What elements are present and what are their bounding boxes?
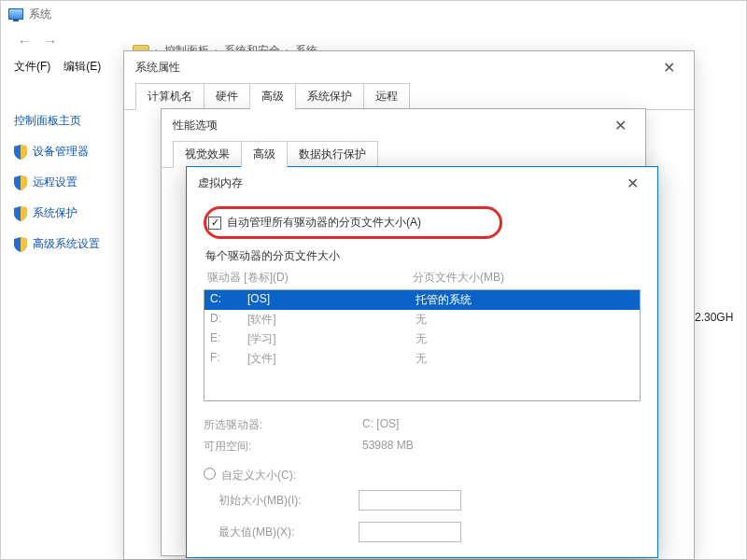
initial-size-input[interactable]	[359, 490, 461, 511]
tab-protection[interactable]: 系统保护	[295, 83, 364, 110]
drive-list-header: 驱动器 [卷标](D) 分页文件大小(MB)	[204, 270, 641, 286]
drive-pagefile: 无	[416, 331, 634, 347]
tab-advanced[interactable]: 高级	[249, 83, 296, 110]
dialog-title: 系统属性	[135, 60, 180, 76]
shield-icon	[14, 237, 27, 252]
tab-visual-effects[interactable]: 视觉效果	[173, 141, 242, 168]
nav-back-icon[interactable]: ←	[18, 34, 31, 49]
drive-volume: [文件]	[247, 351, 416, 367]
drive-letter: D:	[210, 312, 247, 328]
sidebar-title[interactable]: 控制面板主页	[14, 113, 135, 129]
sidebar-item-label: 远程设置	[33, 175, 78, 190]
drive-pagefile: 无	[416, 312, 634, 328]
tab-dep[interactable]: 数据执行保护	[287, 141, 378, 168]
close-icon[interactable]: ✕	[655, 55, 683, 80]
close-icon[interactable]: ✕	[607, 113, 634, 138]
drive-row-c[interactable]: C: [OS] 托管的系统	[204, 290, 640, 310]
performance-options-titlebar: 性能选项 ✕	[162, 109, 645, 141]
dialog-title: 虚拟内存	[198, 175, 243, 191]
tab-advanced[interactable]: 高级	[241, 141, 288, 168]
drive-row-e[interactable]: E: [学习] 无	[204, 329, 640, 349]
menu-file[interactable]: 文件(F)	[14, 59, 50, 75]
drive-row-d[interactable]: D: [软件] 无	[204, 310, 640, 329]
system-window-title: 系统	[29, 7, 51, 22]
auto-manage-checkbox[interactable]	[208, 217, 221, 230]
per-drive-label: 每个驱动器的分页文件大小	[205, 248, 641, 264]
tab-computer-name[interactable]: 计算机名	[135, 83, 204, 110]
virtual-memory-dialog: 虚拟内存 ✕ 自动管理所有驱动器的分页文件大小(A) 每个驱动器的分页文件大小 …	[186, 166, 658, 558]
sidebar-item-advanced[interactable]: 高级系统设置	[14, 236, 135, 252]
menu-edit[interactable]: 编辑(E)	[63, 59, 101, 75]
cpu-speed-text: 2.30GH	[695, 311, 733, 324]
drive-volume: [软件]	[247, 312, 416, 328]
drive-volume: [学习]	[247, 331, 416, 347]
auto-manage-highlight: 自动管理所有驱动器的分页文件大小(A)	[204, 206, 502, 239]
dialog-title: 性能选项	[173, 118, 218, 133]
sidebar-item-protection[interactable]: 系统保护	[14, 205, 135, 221]
drive-letter: C:	[210, 292, 247, 308]
initial-size-label: 初始大小(MB)(I):	[218, 493, 349, 509]
auto-manage-label: 自动管理所有驱动器的分页文件大小(A)	[227, 215, 421, 231]
max-size-label: 最大值(MB)(X):	[218, 525, 349, 540]
sidebar-item-label: 设备管理器	[33, 144, 89, 160]
control-panel-sidebar: 控制面板主页 设备管理器 远程设置 系统保护 高级系统设置	[14, 113, 135, 267]
virtual-memory-body: 自动管理所有驱动器的分页文件大小(A) 每个驱动器的分页文件大小 驱动器 [卷标…	[187, 199, 657, 544]
sidebar-item-device-manager[interactable]: 设备管理器	[14, 144, 135, 160]
nav-forward-icon[interactable]: →	[44, 34, 57, 49]
shield-icon	[14, 145, 27, 160]
sidebar-item-remote[interactable]: 远程设置	[14, 175, 135, 190]
selected-drive-label: 所选驱动器:	[204, 417, 362, 433]
drive-letter: E:	[210, 331, 247, 347]
col-pagefile: 分页文件大小(MB)	[413, 270, 637, 286]
drive-info: 所选驱动器: C: [OS] 可用空间: 53988 MB 自定义大小(C): …	[204, 414, 641, 544]
tab-remote[interactable]: 远程	[363, 83, 410, 110]
system-window-titlebar: 系统	[1, 1, 746, 27]
performance-options-tabs: 视觉效果 高级 数据执行保护	[162, 141, 645, 168]
shield-icon	[14, 175, 27, 190]
sidebar-item-label: 高级系统设置	[33, 236, 100, 252]
custom-size-radio[interactable]	[204, 468, 216, 480]
drive-pagefile: 无	[416, 351, 634, 367]
virtual-memory-titlebar: 虚拟内存 ✕	[187, 167, 657, 199]
sidebar-item-label: 系统保护	[33, 205, 78, 221]
drive-pagefile: 托管的系统	[416, 292, 634, 308]
max-size-input[interactable]	[359, 522, 461, 542]
custom-size-label: 自定义大小(C):	[221, 468, 296, 483]
drive-letter: F:	[210, 351, 247, 367]
monitor-icon	[8, 8, 23, 20]
drive-volume: [OS]	[247, 292, 416, 308]
free-space-label: 可用空间:	[204, 439, 362, 455]
system-properties-titlebar: 系统属性 ✕	[124, 51, 694, 83]
close-icon[interactable]: ✕	[619, 171, 646, 196]
drive-list[interactable]: C: [OS] 托管的系统 D: [软件] 无 E: [学习] 无 F: [文件…	[204, 289, 641, 401]
shield-icon	[14, 206, 27, 221]
free-space-value: 53988 MB	[362, 439, 414, 455]
tab-hardware[interactable]: 硬件	[204, 83, 250, 110]
selected-drive-value: C: [OS]	[362, 417, 399, 433]
col-drive: 驱动器 [卷标](D)	[207, 270, 413, 286]
system-properties-tabs: 计算机名 硬件 高级 系统保护 远程	[124, 83, 694, 110]
drive-row-f[interactable]: F: [文件] 无	[204, 349, 640, 369]
